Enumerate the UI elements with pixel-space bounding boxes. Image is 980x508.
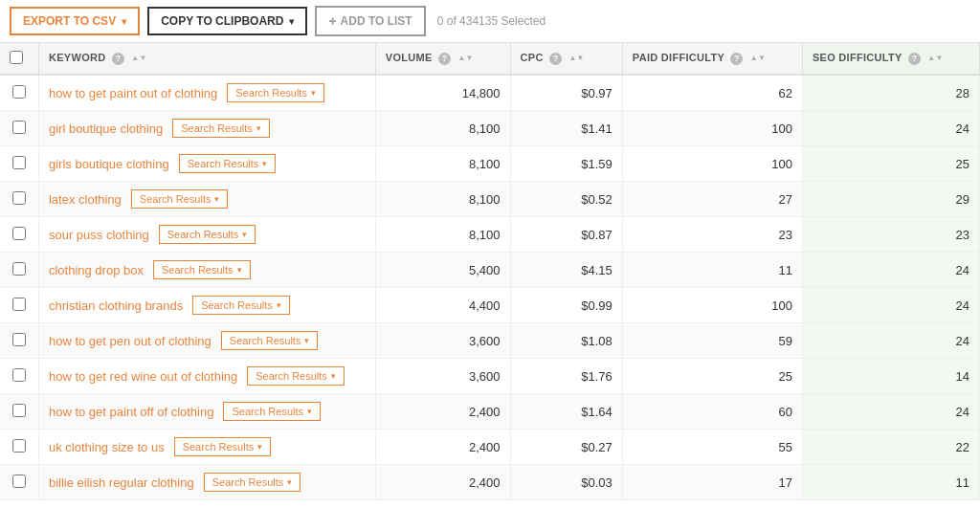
search-results-chevron-icon: ▾ — [257, 442, 262, 452]
search-results-chevron-icon: ▾ — [262, 159, 267, 168]
search-results-label: Search Results — [140, 193, 212, 205]
table-row: christian clothing brandsSearch Results▾… — [0, 288, 980, 323]
row-checkbox[interactable] — [12, 121, 26, 134]
cpc-sort-icon[interactable]: ▲▼ — [568, 55, 584, 62]
keyword-link[interactable]: billie eilish regular clothing — [49, 475, 194, 490]
search-results-button[interactable]: Search Results▾ — [247, 366, 345, 386]
keyword-link[interactable]: how to get red wine out of clothing — [49, 369, 237, 384]
search-results-chevron-icon: ▾ — [214, 194, 219, 204]
search-results-button[interactable]: Search Results▾ — [227, 83, 324, 102]
paid-sort-icon[interactable]: ▲▼ — [750, 55, 766, 62]
search-results-button[interactable]: Search Results▾ — [179, 154, 277, 173]
row-seo-difficulty-cell: 22 — [802, 430, 979, 465]
table-row: sour puss clothingSearch Results▾8,100$0… — [0, 217, 980, 253]
cpc-header-label: CPC — [521, 52, 544, 63]
row-checkbox[interactable] — [12, 368, 26, 382]
table-row: how to get pen out of clothingSearch Res… — [0, 323, 980, 359]
keyword-link[interactable]: sour puss clothing — [49, 228, 149, 242]
keyword-link[interactable]: latex clothing — [49, 192, 122, 207]
search-results-button[interactable]: Search Results▾ — [192, 296, 290, 315]
row-paid-difficulty-cell: 17 — [622, 465, 802, 500]
row-keyword-cell: how to get pen out of clothingSearch Res… — [38, 323, 375, 359]
row-checkbox[interactable] — [12, 298, 26, 311]
search-results-button[interactable]: Search Results▾ — [223, 402, 321, 421]
keyword-link[interactable]: girl boutique clothing — [49, 121, 163, 136]
search-results-chevron-icon: ▾ — [304, 336, 309, 345]
search-results-label: Search Results — [201, 299, 273, 311]
search-results-button[interactable]: Search Results▾ — [221, 331, 319, 350]
cpc-info-icon: ? — [549, 53, 562, 65]
row-keyword-cell: how to get paint off of clothingSearch R… — [38, 394, 375, 430]
keyword-link[interactable]: how to get paint off of clothing — [49, 405, 214, 419]
row-checkbox[interactable] — [12, 191, 26, 205]
search-results-chevron-icon: ▾ — [237, 265, 242, 275]
keyword-link[interactable]: how to get paint out of clothing — [49, 86, 217, 100]
row-cpc-cell: $1.64 — [510, 394, 622, 430]
row-keyword-cell: sour puss clothingSearch Results▾ — [38, 217, 375, 253]
row-checkbox[interactable] — [12, 333, 26, 346]
row-keyword-cell: latex clothingSearch Results▾ — [38, 182, 375, 217]
table-body: how to get paint out of clothingSearch R… — [0, 75, 980, 500]
row-checkbox[interactable] — [12, 85, 26, 99]
row-checkbox[interactable] — [12, 156, 26, 169]
search-results-button[interactable]: Search Results▾ — [172, 119, 270, 138]
row-keyword-cell: how to get paint out of clothingSearch R… — [38, 75, 375, 111]
header-cpc: CPC ? ▲▼ — [510, 43, 622, 75]
row-checkbox-cell — [0, 146, 38, 182]
add-to-list-button[interactable]: + ADD TO LIST — [315, 6, 425, 36]
table-row: how to get paint out of clothingSearch R… — [0, 75, 980, 111]
seo-info-icon: ? — [908, 53, 921, 65]
search-results-button[interactable]: Search Results▾ — [153, 260, 251, 279]
keyword-sort-icon[interactable]: ▲▼ — [131, 55, 146, 62]
row-checkbox[interactable] — [12, 262, 26, 276]
row-checkbox[interactable] — [12, 227, 26, 240]
table-row: how to get paint off of clothingSearch R… — [0, 394, 980, 430]
row-checkbox[interactable] — [12, 404, 26, 417]
search-results-button[interactable]: Search Results▾ — [131, 189, 229, 209]
seo-header-label: SEO DIFFICULTY — [813, 52, 902, 63]
header-paid-difficulty: PAID DIFFICULTY ? ▲▼ — [622, 43, 802, 75]
seo-sort-icon[interactable]: ▲▼ — [927, 55, 943, 62]
row-checkbox[interactable] — [12, 475, 26, 488]
row-seo-difficulty-cell: 24 — [802, 323, 979, 359]
keyword-link[interactable]: clothing drop box — [49, 263, 144, 277]
search-results-button[interactable]: Search Results▾ — [174, 437, 272, 456]
copy-clipboard-button[interactable]: COPY TO CLIPBOARD ▾ — [147, 7, 307, 35]
select-all-checkbox[interactable] — [10, 51, 23, 64]
search-results-button[interactable]: Search Results▾ — [204, 473, 301, 492]
add-list-label: ADD TO LIST — [341, 14, 412, 28]
row-checkbox[interactable] — [12, 439, 26, 453]
row-volume-cell: 3,600 — [375, 359, 510, 394]
table-row: latex clothingSearch Results▾8,100$0.522… — [0, 182, 980, 217]
table-row: girl boutique clothingSearch Results▾8,1… — [0, 111, 980, 146]
keyword-link[interactable]: uk clothing size to us — [49, 440, 165, 454]
keyword-link[interactable]: girls boutique clothing — [49, 157, 169, 171]
row-checkbox-cell — [0, 394, 38, 430]
row-keyword-cell: uk clothing size to usSearch Results▾ — [38, 430, 375, 465]
keyword-link[interactable]: how to get pen out of clothing — [49, 334, 212, 348]
row-paid-difficulty-cell: 100 — [622, 146, 802, 182]
table-row: clothing drop boxSearch Results▾5,400$4.… — [0, 253, 980, 288]
row-keyword-cell: billie eilish regular clothingSearch Res… — [38, 465, 375, 500]
export-csv-button[interactable]: EXPORT TO CSV ▾ — [10, 7, 140, 35]
row-keyword-cell: girls boutique clothingSearch Results▾ — [38, 146, 375, 182]
search-results-chevron-icon: ▾ — [242, 230, 247, 239]
search-results-label: Search Results — [183, 441, 255, 453]
table-row: girls boutique clothingSearch Results▾8,… — [0, 146, 980, 182]
volume-sort-icon[interactable]: ▲▼ — [457, 55, 473, 62]
row-paid-difficulty-cell: 27 — [622, 182, 802, 217]
search-results-chevron-icon: ▾ — [307, 407, 312, 416]
table-header-row: KEYWORD ? ▲▼ VOLUME ? ▲▼ CPC ? ▲▼ PAID D… — [0, 43, 980, 75]
keyword-link[interactable]: christian clothing brands — [49, 298, 183, 313]
row-keyword-cell: christian clothing brandsSearch Results▾ — [38, 288, 375, 323]
search-results-button[interactable]: Search Results▾ — [159, 225, 256, 244]
paid-info-icon: ? — [730, 53, 743, 65]
row-cpc-cell: $0.97 — [510, 75, 622, 111]
row-volume-cell: 8,100 — [375, 217, 510, 253]
row-paid-difficulty-cell: 25 — [622, 359, 802, 394]
row-cpc-cell: $0.03 — [510, 465, 622, 500]
row-seo-difficulty-cell: 24 — [802, 394, 979, 430]
row-volume-cell: 8,100 — [375, 146, 510, 182]
row-cpc-cell: $1.41 — [510, 111, 622, 146]
row-checkbox-cell — [0, 430, 38, 465]
